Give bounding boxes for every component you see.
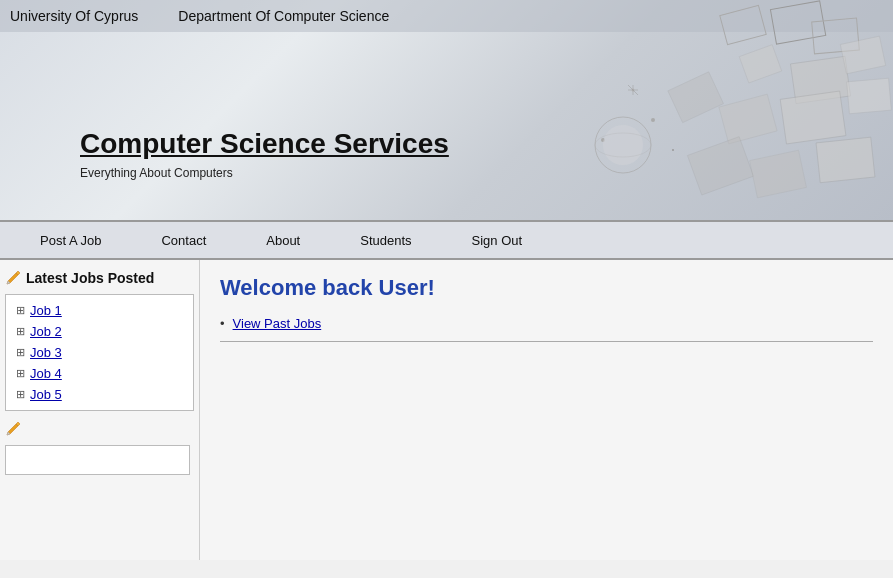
nav-post-a-job[interactable]: Post A Job (10, 225, 131, 256)
bullet-dot: • (220, 316, 225, 331)
department-name: Department Of Computer Science (178, 8, 389, 24)
svg-point-15 (672, 149, 674, 151)
svg-rect-10 (687, 137, 753, 195)
pencil-icon (5, 270, 21, 286)
svg-rect-8 (780, 91, 846, 144)
nav-contact[interactable]: Contact (131, 225, 236, 256)
svg-rect-0 (720, 5, 766, 44)
job-link-5[interactable]: Job 5 (30, 387, 62, 402)
main-content: Latest Jobs Posted ⊞ Job 1 ⊞ Job 2 ⊞ Job… (0, 260, 893, 560)
svg-rect-9 (847, 78, 892, 114)
site-title: Computer Science Services (80, 128, 449, 160)
list-item: ⊞ Job 5 (11, 384, 188, 405)
content-divider (220, 341, 873, 342)
site-subtitle: Everything About Computers (80, 166, 449, 180)
welcome-title: Welcome back User! (220, 275, 873, 301)
job-icon-1: ⊞ (16, 304, 25, 317)
sidebar: Latest Jobs Posted ⊞ Job 1 ⊞ Job 2 ⊞ Job… (0, 260, 200, 560)
svg-rect-7 (719, 94, 777, 144)
svg-rect-3 (739, 45, 781, 83)
list-item: ⊞ Job 2 (11, 321, 188, 342)
header-decoration (473, 0, 893, 220)
nav-sign-out[interactable]: Sign Out (442, 225, 553, 256)
job-icon-3: ⊞ (16, 346, 25, 359)
sidebar-title: Latest Jobs Posted (26, 270, 154, 286)
svg-rect-6 (668, 72, 724, 123)
university-name: University Of Cyprus (10, 8, 138, 24)
sidebar-bottom-section (5, 421, 194, 440)
list-item: ⊞ Job 4 (11, 363, 188, 384)
header-content: Computer Science Services Everything Abo… (80, 128, 449, 180)
view-past-jobs-link[interactable]: View Past Jobs (233, 316, 322, 331)
svg-rect-12 (816, 137, 875, 183)
nav-about[interactable]: About (236, 225, 330, 256)
jobs-list: ⊞ Job 1 ⊞ Job 2 ⊞ Job 3 ⊞ Job 4 ⊞ Job 5 (5, 294, 194, 411)
job-link-4[interactable]: Job 4 (30, 366, 62, 381)
pencil-icon-2 (5, 421, 21, 437)
view-past-jobs-item: • View Past Jobs (220, 316, 873, 331)
list-item: ⊞ Job 1 (11, 300, 188, 321)
job-icon-4: ⊞ (16, 367, 25, 380)
sidebar-input[interactable] (5, 445, 190, 475)
job-link-3[interactable]: Job 3 (30, 345, 62, 360)
svg-rect-1 (770, 1, 825, 44)
svg-rect-11 (750, 150, 807, 198)
job-link-1[interactable]: Job 1 (30, 303, 62, 318)
job-icon-5: ⊞ (16, 388, 25, 401)
nav-students[interactable]: Students (330, 225, 441, 256)
list-item: ⊞ Job 3 (11, 342, 188, 363)
job-icon-2: ⊞ (16, 325, 25, 338)
job-link-2[interactable]: Job 2 (30, 324, 62, 339)
content-area: Welcome back User! • View Past Jobs (200, 260, 893, 560)
svg-rect-5 (840, 36, 885, 74)
sidebar-header: Latest Jobs Posted (5, 270, 194, 286)
svg-point-13 (651, 118, 655, 122)
nav-bar: Post A Job Contact About Students Sign O… (0, 220, 893, 260)
svg-point-21 (603, 125, 643, 165)
header: University Of Cyprus Department Of Compu… (0, 0, 893, 220)
